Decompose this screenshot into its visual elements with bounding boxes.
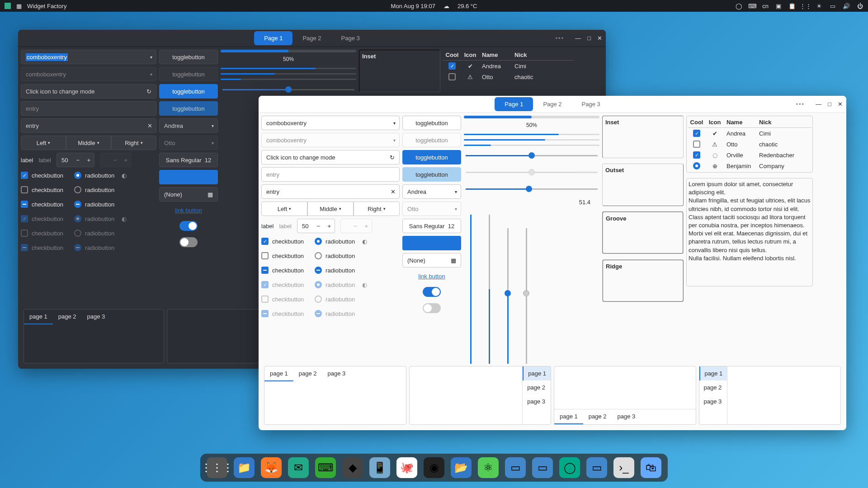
dock-edge-icon[interactable]: ◯ [559,457,580,478]
dock-files-icon[interactable]: 📁 [234,457,255,478]
table-row[interactable]: ✓ ✔ Andrea Cimi [688,128,811,139]
maximize-button[interactable]: □ [587,35,591,42]
tab-page3[interactable]: Page 3 [572,97,610,111]
switch-off[interactable] [179,237,198,247]
combo-andrea[interactable]: Andrea▾ [159,118,218,133]
th-nick[interactable]: Nick [756,119,789,126]
power-icon[interactable]: ⏻ [856,2,863,9]
checkbox-mixed[interactable] [21,201,28,208]
slider[interactable] [222,89,354,90]
togglebutton[interactable]: togglebutton [159,50,218,64]
dock-firefox-icon[interactable]: 🦊 [261,457,282,478]
bottom-vtab-1[interactable]: page 1 [523,366,551,380]
tab-page2[interactable]: Page 2 [292,31,331,45]
switch-on[interactable] [179,221,198,231]
togglebutton-active[interactable]: togglebutton [159,84,218,99]
bottom-tab-1[interactable]: page 1 [24,310,53,324]
date-button[interactable]: (None)▦ [159,187,218,202]
dock-inkscape-icon[interactable]: ◆ [342,457,363,478]
slider-1[interactable] [466,155,598,156]
display-icon[interactable]: ▭ [829,2,836,9]
screenshot-icon[interactable]: ▣ [775,2,782,9]
slider-2[interactable] [466,172,598,173]
app-title[interactable]: Widget Factory [27,3,66,9]
th-name[interactable]: Name [479,52,512,58]
bottom-vtab-2[interactable]: page 2 [523,380,551,394]
spinbutton[interactable]: 50−+ [57,153,94,167]
row-checkbox[interactable] [693,141,700,148]
font-button[interactable]: Sans Regular 12 [402,219,461,233]
entry-clearable[interactable]: entry✕ [261,184,400,199]
font-button[interactable]: Sans Regular 12 [159,153,218,167]
refresh-icon[interactable]: ↻ [390,154,395,161]
entry-clearable[interactable]: entry✕ [21,118,156,133]
row-checkbox[interactable]: ✓ [448,62,456,70]
tab-page3[interactable]: Page 3 [331,31,370,45]
bottom-tab-3[interactable]: page 3 [82,310,111,324]
grid-icon[interactable]: ⋮⋮ [802,2,809,9]
bottom-ltab-2[interactable]: page 2 [699,380,727,394]
bottom-btab-1[interactable]: page 1 [554,409,583,424]
seg-middle[interactable]: Middle▾ [307,202,354,216]
comboboxentry-editable[interactable]: comboboxentry▾ [261,116,400,130]
row-checkbox[interactable]: ✓ [693,151,700,159]
bottom-ltab-3[interactable]: page 3 [699,394,727,408]
app-menu-icon[interactable]: ▦ [16,3,22,9]
spin-minus[interactable]: − [313,223,324,230]
checkbox-mixed[interactable] [261,267,269,274]
vslider-2[interactable] [489,215,490,364]
dock-github-icon[interactable]: 🐙 [396,457,417,478]
tab-page2[interactable]: Page 2 [533,97,571,111]
combo-andrea[interactable]: Andrea▾ [402,184,461,199]
th-cool[interactable]: Cool [688,119,706,126]
tab-page1[interactable]: Page 1 [254,31,292,45]
radio-mixed[interactable] [315,267,322,274]
menu-button[interactable]: ••• [796,101,805,108]
switch-off[interactable] [423,303,441,313]
date-button[interactable]: (None)▦ [402,253,461,267]
table-row[interactable]: ✓ ✔ Andrea Cimi [443,61,574,71]
clear-icon[interactable]: ✕ [391,188,396,195]
os-logo-icon[interactable] [5,3,11,9]
table-row[interactable]: ⚠ Otto chaotic [688,139,811,150]
comboboxentry-editable[interactable]: comboboxentry▾ [21,50,156,64]
bottom-btab-2[interactable]: page 2 [583,409,612,424]
th-icon[interactable]: Icon [706,119,724,126]
radio-checked[interactable] [74,172,81,179]
clock[interactable]: Mon Aug 9 19:07 [391,3,435,9]
seg-right[interactable]: Right▾ [111,136,156,150]
row-checkbox[interactable] [448,73,456,80]
input-lang[interactable]: cn [762,3,769,9]
th-name[interactable]: Name [724,119,756,126]
clear-icon[interactable]: ✕ [147,122,152,129]
dock-terminal-icon[interactable]: ›_ [613,457,634,478]
minimize-button[interactable]: — [575,35,581,42]
mode-entry[interactable]: Click icon to change mode↻ [261,150,400,164]
clipboard-icon[interactable]: 📋 [788,2,796,9]
bottom-vtab-3[interactable]: page 3 [523,394,551,408]
th-icon[interactable]: Icon [461,52,479,58]
segmented-control[interactable]: Left▾ Middle▾ Right▾ [261,202,400,216]
keyboard-icon[interactable]: ⌨ [749,2,756,9]
radio-mixed[interactable] [74,201,81,208]
dock-store-icon[interactable]: 🛍 [641,457,661,478]
minimize-button[interactable]: — [816,101,821,108]
spin-plus[interactable]: + [83,157,94,164]
togglebutton[interactable]: togglebutton [402,116,461,130]
dock-figma-icon[interactable]: ◉ [424,457,444,478]
lorem-text[interactable]: Lorem ipsum dolor sit amet, consectetur … [686,178,813,286]
th-nick[interactable]: Nick [512,52,544,58]
entry-placeholder[interactable]: entry [261,167,400,182]
checkbox-checked[interactable]: ✓ [261,238,269,245]
entry-placeholder[interactable]: entry [21,101,156,116]
row-checkbox[interactable]: ✓ [693,130,700,137]
radio-unchecked[interactable] [74,186,81,193]
volume-icon[interactable]: 🔊 [843,2,850,9]
dock-folder-icon[interactable]: 📂 [451,457,472,478]
slider-3[interactable] [466,188,598,190]
spin-plus[interactable]: + [324,223,335,230]
dock-app3-icon[interactable]: ▭ [586,457,607,478]
radio-unchecked[interactable] [315,252,322,259]
menu-button[interactable]: ••• [555,35,564,42]
radio-checked[interactable] [315,238,322,245]
